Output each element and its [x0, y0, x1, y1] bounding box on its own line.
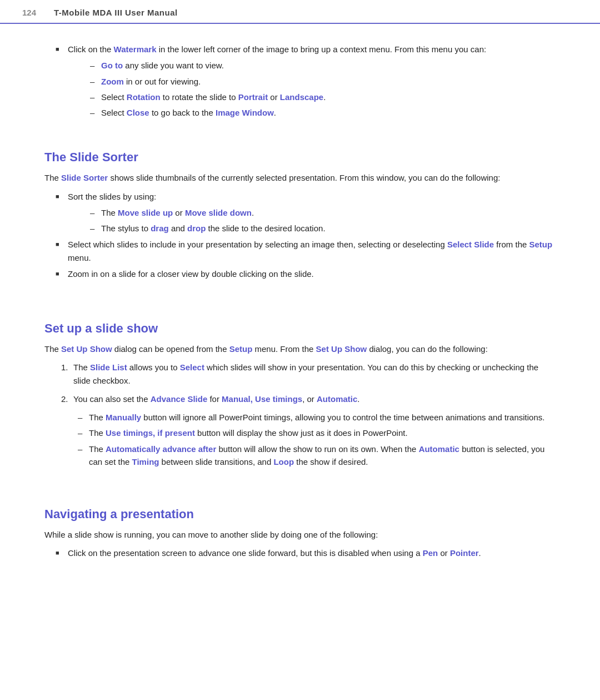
- loop-link: Loop: [273, 457, 294, 466]
- setup-numbered-item-2: 2. You can also set the Advance Slide fo…: [61, 393, 556, 405]
- intro-sub-item-goto: Go to any slide you want to view.: [90, 59, 556, 72]
- automatic-link-1: Automatic: [317, 394, 357, 404]
- page-content: Click on the Watermark in the lower left…: [0, 24, 600, 582]
- slide-sorter-link: Slide Sorter: [61, 173, 108, 182]
- page-container: 124 T-Mobile MDA III User Manual Click o…: [0, 0, 600, 582]
- intro-sub-list: Go to any slide you want to view. Zoom i…: [90, 59, 556, 119]
- setup-slideshow-heading: Set up a slide show: [44, 321, 556, 336]
- watermark-link: Watermark: [114, 44, 157, 54]
- select-slide-link: Select Slide: [447, 240, 494, 249]
- portrait-link: Portrait: [238, 92, 268, 102]
- slide-sorter-sub-move: The Move slide up or Move slide down.: [90, 206, 556, 219]
- page-title: T-Mobile MDA III User Manual: [54, 8, 178, 17]
- intro-bullet-list: Click on the Watermark in the lower left…: [56, 43, 556, 119]
- slide-sorter-intro: The Slide Sorter shows slide thumbnails …: [44, 171, 556, 184]
- intro-sub-item-zoom: Zoom in or out for viewing.: [90, 75, 556, 88]
- automatic-link-2: Automatic: [419, 444, 459, 454]
- slide-sorter-bullet-sort: Sort the slides by using: The Move slide…: [56, 190, 556, 235]
- numbered-item-2-text: You can also set the Advance Slide for M…: [73, 394, 360, 404]
- setup-slideshow-intro: The Set Up Show dialog can be opened fro…: [44, 342, 556, 355]
- slide-sorter-sub-list: The Move slide up or Move slide down. Th…: [90, 206, 556, 235]
- setup-dash-item-use-timings: The Use timings, if present button will …: [78, 426, 556, 439]
- page-number: 124: [22, 8, 36, 17]
- slide-sorter-bullet-select: Select which slides to include in your p…: [56, 238, 556, 264]
- drag-link: drag: [151, 224, 169, 233]
- zoom-link: Zoom: [101, 77, 124, 86]
- slide-list-link: Slide List: [90, 363, 127, 372]
- rotation-link: Rotation: [127, 92, 161, 102]
- intro-sub-item-close: Select Close to go back to the Image Win…: [90, 106, 556, 119]
- manually-link: Manually: [106, 413, 141, 422]
- close-link: Close: [127, 108, 149, 117]
- automatically-advance-link: Automatically advance after: [106, 444, 216, 454]
- image-window-link: Image Window: [216, 108, 274, 117]
- select-link: Select: [180, 363, 204, 372]
- setup-numbered-item-1: 1. The Slide List allows you to Select w…: [61, 361, 556, 387]
- manual-use-timings-link: Manual, Use timings: [222, 394, 302, 404]
- move-slide-down-link: Move slide down: [185, 208, 252, 217]
- navigating-heading: Navigating a presentation: [44, 507, 556, 522]
- numbered-item-1-text: The Slide List allows you to Select whic…: [73, 363, 538, 385]
- slide-sorter-bullet-zoom: Zoom in on a slide for a closer view by …: [56, 267, 556, 280]
- navigating-bullet-list: Click on the presentation screen to adva…: [56, 547, 556, 559]
- setup-slideshow-numbered-list: 1. The Slide List allows you to Select w…: [61, 361, 556, 405]
- setup-menu-link: Setup: [229, 344, 253, 354]
- use-timings-link: Use timings, if present: [106, 428, 195, 438]
- intro-bullet-item-1: Click on the Watermark in the lower left…: [56, 43, 556, 119]
- pen-link: Pen: [423, 548, 438, 558]
- timing-link: Timing: [132, 457, 159, 466]
- goto-link: Go to: [101, 61, 123, 70]
- advance-slide-link: Advance Slide: [151, 394, 208, 404]
- setup-dash-item-manually: The Manually button will ignore all Powe…: [78, 411, 556, 424]
- num-1: 1.: [61, 361, 68, 374]
- navigating-bullet-click: Click on the presentation screen to adva…: [56, 547, 556, 559]
- page-header: 124 T-Mobile MDA III User Manual: [0, 0, 600, 24]
- set-up-show-link-2: Set Up Show: [316, 344, 367, 354]
- set-up-show-link-1: Set Up Show: [61, 344, 112, 354]
- drop-link: drop: [187, 224, 206, 233]
- setup-dash-item-auto-advance: The Automatically advance after button w…: [78, 443, 556, 469]
- landscape-link: Landscape: [280, 92, 323, 102]
- intro-text-1: Click on the Watermark in the lower left…: [68, 44, 486, 54]
- slide-sorter-sub-stylus: The stylus to drag and drop the slide to…: [90, 222, 556, 235]
- move-slide-up-link: Move slide up: [118, 208, 173, 217]
- setup-link-1: Setup: [529, 240, 552, 249]
- num-2: 2.: [61, 393, 68, 405]
- setup-dash-list: The Manually button will ignore all Powe…: [78, 411, 556, 468]
- intro-sub-item-rotation: Select Rotation to rotate the slide to P…: [90, 91, 556, 103]
- navigating-intro: While a slide show is running, you can m…: [44, 528, 556, 541]
- slide-sorter-heading: The Slide Sorter: [44, 150, 556, 165]
- pointer-link: Pointer: [450, 548, 479, 558]
- slide-sorter-bullet-list: Sort the slides by using: The Move slide…: [56, 190, 556, 281]
